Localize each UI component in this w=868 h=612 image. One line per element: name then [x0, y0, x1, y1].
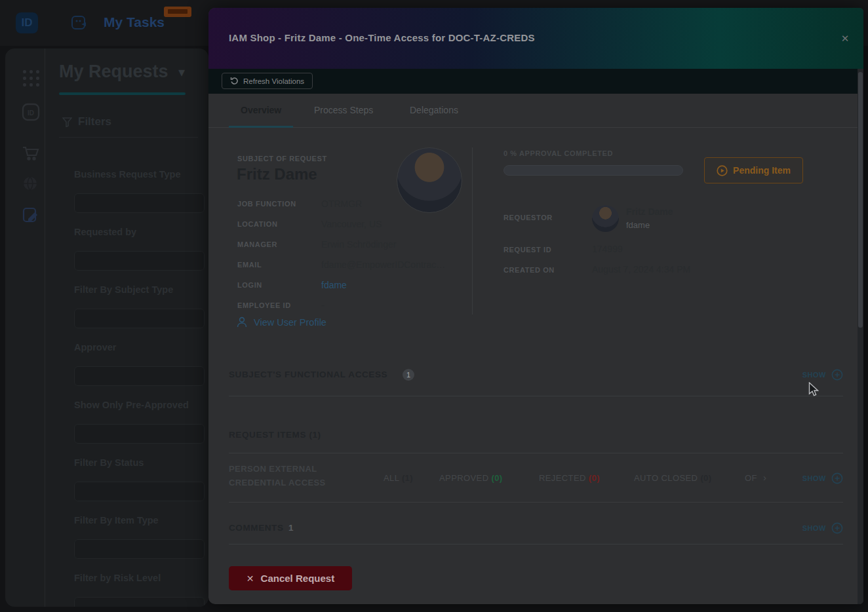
filters-header: Filters [62, 115, 111, 128]
pending-item-label: Pending Item [733, 165, 791, 176]
field-label: LOGIN [237, 281, 262, 289]
filter-label: Filter By Subject Type [74, 284, 173, 295]
filter-label: Filter By Status [74, 457, 144, 468]
id-badge-icon[interactable]: ID [21, 102, 42, 123]
filters-title: Filters [78, 115, 111, 128]
field-value: - [321, 300, 325, 311]
chevron-down-icon[interactable]: ▾ [178, 64, 185, 80]
login-link[interactable]: fdame [321, 280, 347, 290]
request-details-modal: IAM Shop - Fritz Dame - One-Time Access … [208, 8, 863, 604]
divider [229, 544, 843, 545]
icon-rail: ID [5, 48, 45, 607]
field-label: JOB FUNCTION [237, 200, 296, 208]
my-tasks-app-icon[interactable] [71, 14, 89, 31]
stat-rejected[interactable]: REJECTED (0) [539, 473, 600, 483]
modal-scrollbar-thumb[interactable] [858, 72, 863, 328]
filter-input-item-type[interactable] [74, 539, 205, 559]
filter-label: Filter By Item Type [74, 515, 159, 526]
filter-input-pre-approved[interactable] [74, 424, 205, 444]
divider [229, 453, 843, 453]
filter-label: Filter by Risk Level [74, 573, 161, 583]
filter-label: Business Request Type [74, 169, 181, 180]
created-on-label: CREATED ON [503, 266, 555, 274]
chevron-right-icon[interactable]: › [763, 472, 766, 483]
apps-grid-icon[interactable] [21, 68, 42, 89]
filter-label: Approver [74, 342, 116, 353]
cancel-request-label: Cancel Request [261, 573, 335, 584]
subject-avatar [397, 147, 462, 213]
refresh-violations-button[interactable]: Refresh Violations [222, 73, 313, 89]
functional-access-count-badge: 1 [403, 369, 414, 381]
functional-access-show-button[interactable]: SHOW [802, 369, 843, 381]
tasks-doc-icon[interactable] [21, 206, 42, 227]
show-label: SHOW [802, 524, 826, 532]
stat-approved[interactable]: APPROVED (0) [439, 473, 503, 483]
page-title: My Requests [59, 62, 168, 82]
request-items-show-button[interactable]: SHOW [802, 472, 843, 484]
tab-delegations[interactable]: Delegations [410, 105, 458, 115]
modal-header: IAM Shop - Fritz Dame - One-Time Access … [208, 8, 863, 69]
filter-input-risk-level[interactable] [74, 597, 205, 607]
divider [229, 396, 843, 396]
modal-title: IAM Shop - Fritz Dame - One-Time Access … [229, 32, 535, 43]
subject-section-label: SUBJECT OF REQUEST [237, 155, 327, 163]
modal-tabs: Overview Process Steps Delegations [208, 94, 863, 128]
active-tab-underline [229, 126, 293, 128]
stat-auto-closed[interactable]: AUTO CLOSED (0) [634, 473, 711, 483]
request-id-value: 174999 [592, 244, 623, 254]
requestor-login: fdame [626, 220, 650, 230]
view-user-profile-label: View User Profile [254, 317, 326, 328]
created-on-value: August 7, 2024 4:34 PM [592, 264, 690, 275]
request-items-title: REQUEST ITEMS (1) [229, 430, 321, 440]
approval-progress-bar [503, 165, 683, 176]
request-item-name-line1: PERSON EXTERNAL [229, 464, 317, 474]
funnel-icon [62, 117, 72, 127]
filter-input-approver[interactable] [74, 366, 205, 386]
divider [229, 502, 843, 503]
divider [59, 137, 198, 138]
field-value: fdame@EmpowerIDContrac… [321, 259, 445, 270]
requestor-label: REQUESTOR [503, 214, 553, 221]
filter-label: Show Only Pre-Approved [74, 400, 189, 410]
tab-overview[interactable]: Overview [241, 105, 281, 115]
tab-process-steps[interactable]: Process Steps [314, 105, 373, 115]
functional-access-title: SUBJECT'S FUNCTIONAL ACCESS [229, 370, 387, 379]
requestor-name: Fritz Dame [626, 206, 673, 217]
approval-progress-label: 0 % APPROVAL COMPLETED [503, 149, 613, 157]
filter-input-business-request-type[interactable] [74, 193, 205, 213]
comments-title: COMMENTS [229, 523, 284, 533]
screen: ID My Tasks ID My Requests ▾ [0, 0, 868, 612]
column-divider [472, 147, 473, 315]
show-label: SHOW [802, 474, 826, 482]
stat-all[interactable]: ALL (1) [384, 473, 413, 483]
field-value: OTRMGR [321, 199, 362, 209]
shopping-cart-icon[interactable] [21, 143, 42, 164]
field-label: LOCATION [237, 220, 277, 228]
my-requests-panel: ID My Requests ▾ Filters Business Reques… [5, 48, 208, 607]
request-id-label: REQUEST ID [503, 246, 551, 254]
x-icon: ✕ [247, 573, 254, 584]
plus-circle-icon [831, 522, 843, 534]
subject-name: Fritz Dame [237, 165, 317, 183]
request-item-name-line2: CREDENTIAL ACCESS [229, 478, 326, 488]
close-icon[interactable]: ✕ [838, 31, 852, 46]
comments-show-button[interactable]: SHOW [802, 522, 843, 534]
stat-of: OF [745, 473, 757, 483]
svg-text:ID: ID [28, 109, 34, 117]
empowerid-logo-icon[interactable]: ID [16, 12, 38, 33]
filter-input-requested-by[interactable] [74, 251, 205, 271]
field-label: EMPLOYEE ID [237, 301, 291, 309]
cancel-request-button[interactable]: ✕ Cancel Request [229, 566, 352, 590]
globe-icon[interactable] [21, 174, 42, 195]
pending-item-button[interactable]: Pending Item [704, 157, 803, 183]
filter-input-subject-type[interactable] [74, 309, 205, 328]
filter-input-status[interactable] [74, 482, 205, 501]
app-title[interactable]: My Tasks [104, 14, 165, 30]
requestor-avatar [592, 205, 619, 232]
play-circle-icon [717, 165, 728, 176]
refresh-icon [230, 77, 239, 85]
field-label: MANAGER [237, 240, 277, 248]
comments-count: 1 [288, 523, 294, 533]
refresh-violations-label: Refresh Violations [243, 77, 304, 85]
view-user-profile-link[interactable]: View User Profile [237, 316, 326, 328]
